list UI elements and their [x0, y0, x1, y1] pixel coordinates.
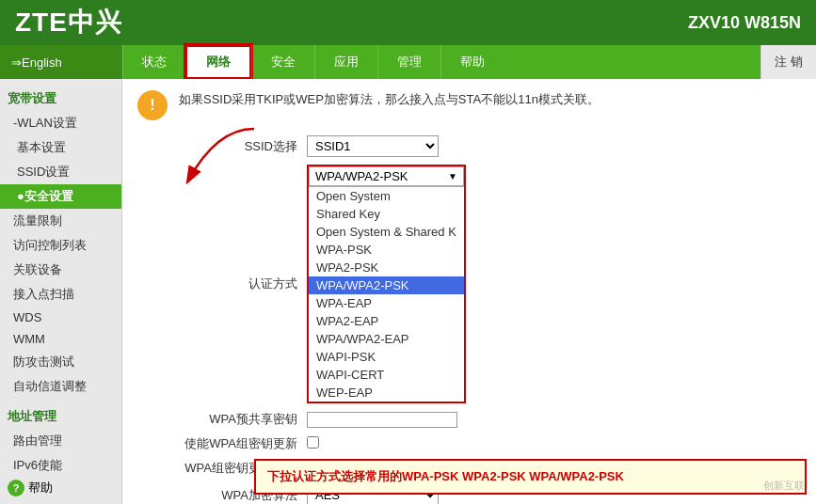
sidebar-item-acl[interactable]: 访问控制列表	[0, 233, 121, 258]
info-text: 如果SSID采用TKIP或WEP加密算法，那么接入点与STA不能以11n模式关联…	[179, 90, 600, 109]
bottom-note: 下拉认证方式选择常用的WPA-PSK WPA2-PSK WPA/WPA2-PSK	[254, 459, 807, 495]
help-icon: ?	[8, 480, 24, 496]
auth-dropdown-list: Open System Shared Key Open System & Sha…	[309, 186, 464, 402]
sidebar-item-basic[interactable]: 基本设置	[0, 135, 121, 160]
sidebar-item-wds[interactable]: WDS	[0, 307, 121, 328]
language-selector[interactable]: ⇒ English	[0, 45, 122, 79]
wpa-preshared-input[interactable]	[307, 412, 457, 428]
navbar: ⇒ English 状态 网络 安全 应用 管理 帮助 注 销	[0, 45, 816, 79]
auth-option-wep-eap[interactable]: WEP-EAP	[309, 384, 464, 402]
sidebar-section-address: 地址管理	[0, 404, 121, 429]
info-box: ! 如果SSID采用TKIP或WEP加密算法，那么接入点与STA不能以11n模式…	[137, 90, 801, 120]
wpa-preshared-input-container	[307, 412, 457, 428]
ssid-row: SSID选择 SSID1 SSID2 SSID3 SSID4	[156, 135, 801, 157]
watermark: 创新互联	[763, 479, 805, 493]
auth-select-container: WPA/WPA2-PSK ▼ Open System Shared Key Op…	[307, 165, 466, 403]
sidebar: 宽带设置 -WLAN设置 基本设置 SSID设置 ●安全设置 流量限制 访问控制…	[0, 79, 122, 504]
sidebar-item-associated[interactable]: 关联设备	[0, 258, 121, 282]
sidebar-item-ssid[interactable]: SSID设置	[0, 160, 121, 184]
auth-option-wpa-wpa2-psk[interactable]: WPA/WPA2-PSK	[309, 276, 464, 294]
sidebar-item-anti-attack[interactable]: 防攻击测试	[0, 350, 121, 374]
info-icon: !	[137, 90, 168, 120]
main-layout: 宽带设置 -WLAN设置 基本设置 SSID设置 ●安全设置 流量限制 访问控制…	[0, 79, 816, 504]
brand-logo: ZTE中兴	[15, 5, 122, 40]
dropdown-arrow-icon: ▼	[448, 171, 457, 181]
content-area: ! 如果SSID采用TKIP或WEP加密算法，那么接入点与STA不能以11n模式…	[122, 79, 816, 504]
sidebar-section-broadband: 宽带设置	[0, 87, 121, 111]
form-section: SSID选择 SSID1 SSID2 SSID3 SSID4 认证方式	[156, 135, 801, 504]
sidebar-item-ap-scan[interactable]: 接入点扫描	[0, 282, 121, 307]
sidebar-item-security[interactable]: ●安全设置	[0, 184, 121, 209]
nav-security[interactable]: 安全	[251, 45, 314, 79]
auth-option-wpa-psk[interactable]: WPA-PSK	[309, 241, 464, 259]
auth-option-open-shared[interactable]: Open System & Shared K	[309, 223, 464, 241]
wpa-preshared-label: WPA预共享密钥	[156, 411, 307, 428]
wpa-group-update-row: 使能WPA组密钥更新	[156, 435, 801, 452]
sidebar-item-wlan[interactable]: -WLAN设置	[0, 111, 121, 135]
help-button[interactable]: ? 帮助	[8, 480, 53, 496]
nav-network[interactable]: 网络	[185, 45, 251, 79]
sidebar-item-ipv6[interactable]: IPv6使能	[0, 453, 121, 478]
wpa-group-update-label: 使能WPA组密钥更新	[156, 435, 307, 452]
sidebar-item-auto-channel[interactable]: 自动信道调整	[0, 374, 121, 399]
nav-admin[interactable]: 管理	[377, 45, 440, 79]
device-model: ZXV10 W815N	[688, 13, 801, 33]
nav-status[interactable]: 状态	[122, 45, 185, 79]
nav-apps[interactable]: 应用	[314, 45, 377, 79]
auth-dropdown-wrapper: WPA/WPA2-PSK ▼ Open System Shared Key Op…	[307, 165, 466, 403]
auth-option-wapi-cert[interactable]: WAPI-CERT	[309, 366, 464, 384]
auth-option-wpa2-psk[interactable]: WPA2-PSK	[309, 259, 464, 276]
wpa-preshared-row: WPA预共享密钥	[156, 411, 801, 428]
logout-button[interactable]: 注 销	[760, 45, 816, 79]
lang-arrow-icon: ⇒	[11, 55, 22, 70]
auth-option-open-system[interactable]: Open System	[309, 187, 464, 205]
ssid-label: SSID选择	[156, 138, 307, 155]
auth-option-shared-key[interactable]: Shared Key	[309, 205, 464, 223]
nav-help[interactable]: 帮助	[440, 45, 504, 79]
help-label: 帮助	[28, 480, 53, 496]
ssid-select[interactable]: SSID1 SSID2 SSID3 SSID4	[307, 135, 439, 157]
auth-selected-value: WPA/WPA2-PSK	[315, 169, 448, 183]
wpa-group-update-control	[307, 436, 319, 451]
language-label: English	[22, 55, 62, 70]
auth-option-wapi-psk[interactable]: WAPI-PSK	[309, 348, 464, 366]
auth-label: 认证方式	[156, 276, 307, 292]
auth-option-wpa-eap[interactable]: WPA-EAP	[309, 294, 464, 312]
auth-option-wpa2-eap[interactable]: WPA2-EAP	[309, 312, 464, 330]
auth-row: 认证方式 WPA/WPA2-PSK ▼ Open System Shared K…	[156, 165, 801, 403]
auth-dropdown-header[interactable]: WPA/WPA2-PSK ▼	[309, 166, 464, 186]
sidebar-item-traffic[interactable]: 流量限制	[0, 209, 121, 233]
sidebar-item-routing[interactable]: 路由管理	[0, 429, 121, 453]
auth-option-wpa-wpa2-eap[interactable]: WPA/WPA2-EAP	[309, 330, 464, 348]
wpa-group-update-checkbox[interactable]	[307, 436, 319, 449]
ssid-select-container: SSID1 SSID2 SSID3 SSID4	[307, 135, 439, 157]
sidebar-item-wmm[interactable]: WMM	[0, 328, 121, 350]
header: ZTE中兴 ZXV10 W815N	[0, 0, 816, 45]
